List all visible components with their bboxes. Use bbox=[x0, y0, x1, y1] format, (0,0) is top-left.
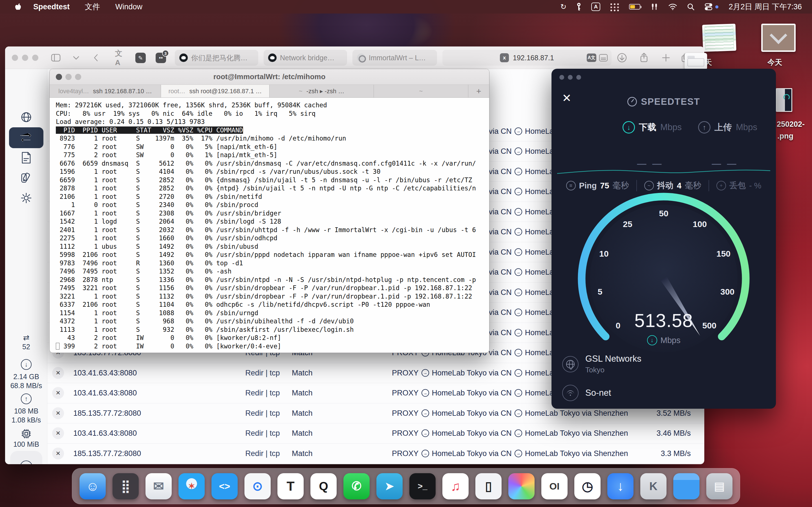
sidebar-item-appearance[interactable] bbox=[5, 172, 47, 183]
screenshot-filename-line2: .png bbox=[777, 132, 794, 140]
dock-qq-icon[interactable]: Q bbox=[310, 473, 337, 499]
close-connection-button[interactable]: ✕ bbox=[52, 407, 64, 419]
desktop-folder-icon[interactable] bbox=[684, 53, 707, 70]
close-connection-button[interactable]: ✕ bbox=[52, 367, 64, 379]
dock-finder-icon[interactable]: ☺ bbox=[80, 473, 106, 499]
dock-input-app-icon[interactable] bbox=[508, 473, 535, 499]
window-zoom-button[interactable] bbox=[32, 55, 38, 61]
dock-wechat-icon[interactable]: ✆ bbox=[343, 473, 370, 499]
arrow-icon: → bbox=[515, 369, 522, 377]
app-grid-icon[interactable] bbox=[610, 2, 619, 11]
process-line: 1 0 root S 2340 0% 0% /sbin/procd bbox=[56, 201, 489, 209]
close-connection-button[interactable]: ✕ bbox=[52, 427, 64, 439]
server-info[interactable]: GSL NetworksTokyo bbox=[562, 354, 642, 374]
arrow-icon: → bbox=[515, 269, 522, 276]
desktop-screenshot-file[interactable] bbox=[776, 88, 792, 112]
tab-github-2[interactable]: Network bridge… bbox=[264, 50, 347, 66]
dock-folder-icon[interactable] bbox=[673, 473, 700, 499]
dock-downloads-icon[interactable]: ↓ bbox=[607, 473, 633, 499]
extension-pen-icon[interactable]: ✎ bbox=[135, 53, 146, 63]
terminal-tab-4[interactable]: ~ bbox=[374, 85, 468, 98]
apple-menu-icon[interactable] bbox=[15, 3, 21, 11]
tab-github-1[interactable]: 你们是把马化腾… bbox=[175, 50, 258, 66]
dock-maps-pin-icon[interactable]: ⊙ bbox=[245, 473, 271, 499]
download-rate: 68.8 MB/s bbox=[5, 382, 47, 390]
sidebar-item-settings[interactable] bbox=[5, 192, 47, 204]
desktop-stack-spreadsheet[interactable] bbox=[702, 24, 736, 52]
terminal-tab-3[interactable]: ~-zsh ▸ -zsh … bbox=[269, 85, 374, 98]
new-tab-icon[interactable] bbox=[660, 53, 672, 63]
dock-music-icon[interactable]: ♫ bbox=[442, 473, 469, 499]
dock-typora-icon[interactable]: T bbox=[277, 473, 304, 499]
airpods-icon[interactable] bbox=[651, 2, 658, 11]
input-method-icon[interactable]: A bbox=[591, 3, 600, 11]
sidebar-item-connections[interactable] bbox=[9, 127, 43, 148]
dock-speedtest-icon[interactable]: ◷ bbox=[574, 473, 601, 499]
dock-mail-icon[interactable]: ✉ bbox=[146, 473, 172, 499]
terminal-titlebar[interactable]: root@ImmortalWrt: /etc/mihomo bbox=[50, 69, 489, 85]
connection-action: Redir | tcp bbox=[245, 389, 280, 397]
window-zoom-button[interactable] bbox=[75, 74, 81, 80]
desktop-stack-screenshots[interactable] bbox=[761, 24, 796, 52]
process-line: 1542 1 logd S 2064 0% 0% /sbin/logd -S 1… bbox=[56, 217, 489, 226]
translate-page-icon[interactable]: A文 bbox=[587, 54, 596, 62]
sidebar-item-rules[interactable] bbox=[5, 152, 47, 164]
tab-active-dashboard[interactable]: x 192.168.87.1 A文 bbox=[442, 50, 612, 66]
battery-icon[interactable] bbox=[629, 2, 640, 11]
chevron-down-icon[interactable] bbox=[70, 53, 82, 63]
dock-vscode-icon[interactable]: <> bbox=[211, 473, 238, 499]
table-row: ✕ 103.41.63.43:8080 Redir | tcp Match PR… bbox=[47, 424, 704, 444]
menu-clock[interactable]: 2月2日 周日 下午7:36 bbox=[728, 2, 802, 12]
dock-keychain-icon[interactable]: K bbox=[640, 473, 666, 499]
arrow-icon: → bbox=[515, 168, 522, 175]
window-close-button[interactable] bbox=[12, 55, 18, 61]
dock-trash-icon[interactable]: ▤ bbox=[706, 473, 732, 499]
close-connection-button[interactable]: ✕ bbox=[52, 448, 64, 459]
translate-toolbar-icon[interactable]: 文A bbox=[115, 53, 126, 63]
tab-immortalwrt[interactable]: ImmortalWrt – L… bbox=[352, 50, 437, 66]
dock-telegram-icon[interactable]: ➤ bbox=[376, 473, 403, 499]
connection-action: Redir | tcp bbox=[245, 409, 280, 417]
reader-icon[interactable] bbox=[599, 54, 608, 61]
connection-action: Redir | tcp bbox=[245, 449, 280, 458]
stack-label-right: 今天 bbox=[767, 57, 782, 67]
key-icon[interactable] bbox=[576, 2, 581, 11]
window-close-button[interactable] bbox=[56, 74, 62, 80]
process-line: 1667 1 root S 2308 0% 0% /usr/sbin/bridg… bbox=[56, 209, 489, 218]
terminal-tab-2[interactable]: root…ssh root@192.168.87.1 … bbox=[161, 85, 269, 98]
expand-sidebar-button[interactable]: → bbox=[10, 451, 42, 464]
menu-window[interactable]: Window bbox=[115, 3, 142, 11]
dock-iphone-mirroring-icon[interactable]: ▯ bbox=[475, 473, 502, 499]
connection-rule: Match bbox=[292, 369, 313, 377]
window-minimize-button[interactable] bbox=[65, 74, 71, 80]
sync-status-icon[interactable]: ↻ bbox=[560, 2, 567, 11]
arrow-icon: → bbox=[421, 409, 429, 417]
control-center-icon[interactable] bbox=[705, 2, 718, 11]
memory-value: 100 MiB bbox=[5, 440, 47, 448]
menu-file[interactable]: 文件 bbox=[85, 2, 100, 12]
extension-proxy-icon[interactable]: ••3 bbox=[156, 53, 166, 63]
downloads-icon[interactable] bbox=[616, 53, 627, 63]
terminal-tab-1[interactable]: love4tayl…ssh 192.168.87.10 … bbox=[50, 85, 161, 98]
close-connection-button[interactable]: ✕ bbox=[52, 387, 64, 399]
dock-terminal-icon[interactable]: >_ bbox=[409, 473, 436, 499]
process-line: 5998 2106 root S 1492 0% 0% /usr/sbin/pp… bbox=[56, 251, 489, 259]
isp-info[interactable]: So-net bbox=[562, 385, 611, 401]
gauge-tick-100: 100 bbox=[693, 219, 707, 229]
window-minimize-button[interactable] bbox=[22, 55, 28, 61]
arrow-icon: → bbox=[515, 349, 522, 356]
share-icon[interactable] bbox=[638, 53, 650, 63]
dock-ollama-icon[interactable]: OI bbox=[541, 473, 567, 499]
menu-app-name[interactable]: Speedtest bbox=[33, 3, 70, 11]
new-terminal-tab-button[interactable]: + bbox=[468, 85, 489, 98]
wifi-icon[interactable] bbox=[668, 2, 677, 11]
terminal-output[interactable]: Mem: 297216K used, 3721060K free, 1356K … bbox=[50, 98, 489, 350]
dock-launchpad-icon[interactable]: ⣿ bbox=[112, 473, 139, 499]
sidebar-item-overview[interactable] bbox=[5, 112, 47, 122]
sidebar-toggle-icon[interactable] bbox=[50, 53, 61, 63]
arrow-icon: → bbox=[515, 188, 522, 195]
process-line: 776 2 root SW 0 0% 5% [napi/mtk_eth-6] bbox=[56, 143, 489, 151]
back-icon[interactable] bbox=[90, 53, 101, 63]
search-icon[interactable] bbox=[687, 2, 695, 11]
dock-safari-icon[interactable]: ✶ bbox=[179, 473, 205, 499]
